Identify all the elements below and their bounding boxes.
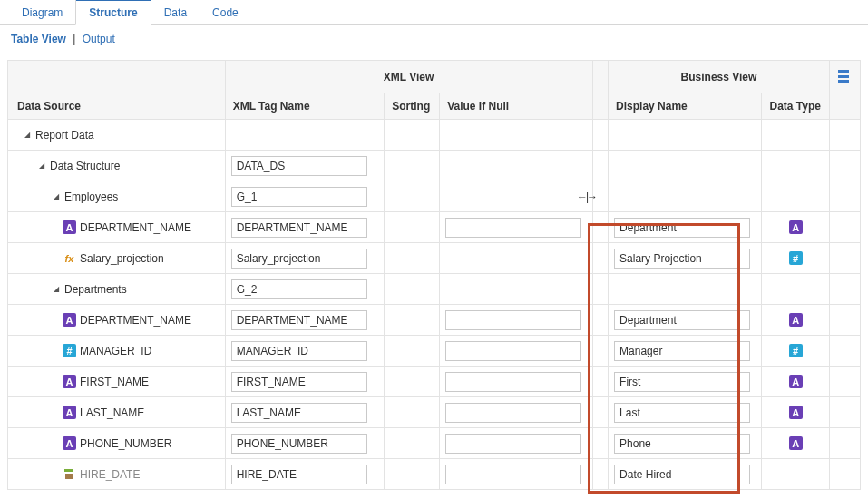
expand-icon[interactable]: ◢ (23, 131, 32, 139)
tree-cell[interactable]: HIRE_DATE (8, 459, 226, 490)
value-if-null-input[interactable] (445, 465, 581, 484)
table-row[interactable]: APHONE_NUMBERA (8, 428, 861, 459)
subtab-tableview[interactable]: Table View (11, 33, 66, 45)
xml-tag-cell (225, 428, 385, 459)
header-xmlview: XML View (225, 61, 592, 93)
value-if-null-input[interactable] (445, 218, 581, 238)
expand-icon[interactable]: ◢ (52, 285, 61, 293)
table-row[interactable]: ADEPARTMENT_NAMEA (8, 305, 861, 336)
text-type-icon[interactable]: A (789, 220, 803, 234)
value-if-null-input[interactable] (445, 372, 581, 392)
text-type-icon[interactable]: A (789, 436, 803, 450)
node-label: DEPARTMENT_NAME (80, 221, 191, 234)
display-name-input[interactable] (614, 465, 750, 484)
value-if-null-cell (440, 336, 592, 367)
table-row[interactable]: ◢Employees (8, 181, 861, 212)
xml-tag-cell (225, 181, 385, 212)
col-sorting[interactable]: Sorting (385, 93, 440, 120)
xml-tag-input[interactable] (231, 279, 367, 299)
xml-tag-input[interactable] (231, 187, 367, 207)
tree-cell[interactable]: #MANAGER_ID (8, 336, 226, 367)
tree-cell[interactable]: ◢Employees (8, 181, 226, 212)
data-type-cell (762, 151, 829, 181)
display-name-input[interactable] (614, 310, 750, 330)
node-label: Departments (64, 283, 127, 296)
display-name-input[interactable] (614, 403, 750, 423)
xml-tag-input[interactable] (231, 249, 367, 269)
xml-tag-input[interactable] (231, 465, 367, 484)
xml-tag-cell (225, 367, 385, 397)
text-type-icon[interactable]: A (789, 313, 803, 327)
node-label: Data Structure (50, 160, 120, 172)
display-name-input[interactable] (614, 341, 750, 361)
tree-cell[interactable]: ◢Report Data (8, 120, 226, 151)
tree-cell[interactable]: ◢Departments (8, 274, 226, 305)
xml-tag-input[interactable] (231, 156, 367, 176)
table-row[interactable]: ◢Report Data (8, 120, 861, 151)
tree-cell[interactable]: ADEPARTMENT_NAME (8, 305, 226, 336)
xml-tag-input[interactable] (231, 341, 367, 361)
sub-tabs: Table View | Output (0, 25, 868, 53)
table-row[interactable]: #MANAGER_ID# (8, 336, 861, 367)
table-row[interactable]: ◢Data Structure (8, 151, 861, 181)
node-label: DEPARTMENT_NAME (80, 314, 191, 327)
table-row[interactable]: ALAST_NAMEA (8, 397, 861, 428)
data-type-cell: A (762, 397, 829, 428)
tab-diagram[interactable]: Diagram (9, 1, 75, 24)
settings-icon[interactable] (837, 68, 852, 83)
tree-cell[interactable]: fxSalary_projection (8, 243, 226, 274)
gap-cell (592, 243, 609, 274)
text-type-icon[interactable]: A (789, 406, 803, 419)
xml-tag-cell (225, 397, 385, 428)
col-datasource[interactable]: Data Source (8, 93, 226, 120)
xml-tag-input[interactable] (231, 403, 367, 423)
tree-cell[interactable]: ADEPARTMENT_NAME (8, 212, 226, 243)
table-row[interactable]: ADEPARTMENT_NAMEA (8, 212, 861, 243)
xml-tag-input[interactable] (231, 434, 367, 454)
col-datatype[interactable]: Data Type (762, 93, 829, 120)
column-resize-handle[interactable]: ←|→ (577, 191, 596, 203)
col-valueifnull[interactable]: Value If Null (440, 93, 592, 120)
display-name-input[interactable] (614, 218, 750, 238)
subtab-output[interactable]: Output (83, 33, 115, 45)
text-type-icon: A (63, 220, 76, 234)
sorting-cell (385, 305, 440, 336)
display-name-input[interactable] (614, 434, 750, 454)
display-name-input[interactable] (614, 249, 750, 269)
xml-tag-input[interactable] (231, 310, 367, 330)
number-type-icon[interactable]: # (789, 344, 803, 357)
sorting-cell (385, 212, 440, 243)
number-type-icon[interactable]: # (789, 251, 803, 265)
tab-code[interactable]: Code (200, 1, 251, 24)
table-row[interactable]: AFIRST_NAMEA (8, 367, 861, 397)
value-if-null-input[interactable] (445, 310, 581, 330)
value-if-null-input[interactable] (445, 434, 581, 454)
table-row[interactable]: HIRE_DATE (8, 459, 861, 490)
col-displayname[interactable]: Display Name (609, 93, 762, 120)
display-name-input[interactable] (614, 372, 750, 392)
value-if-null-input[interactable] (445, 403, 581, 423)
table-row[interactable]: ◢Departments (8, 274, 861, 305)
data-type-cell (762, 274, 829, 305)
sorting-cell (385, 459, 440, 490)
col-xmltag[interactable]: XML Tag Name (225, 93, 385, 120)
display-name-cell (609, 181, 762, 212)
tree-cell[interactable]: ◢Data Structure (8, 151, 226, 181)
tab-structure[interactable]: Structure (75, 0, 151, 25)
tab-data[interactable]: Data (151, 1, 200, 24)
xml-tag-input[interactable] (231, 372, 367, 392)
expand-icon[interactable]: ◢ (37, 161, 46, 170)
text-type-icon[interactable]: A (789, 375, 803, 388)
value-if-null-input[interactable] (445, 341, 581, 361)
table-row[interactable]: fxSalary_projection# (8, 243, 861, 274)
xml-tag-input[interactable] (231, 218, 367, 238)
header-config[interactable] (829, 61, 860, 93)
tree-cell[interactable]: ALAST_NAME (8, 397, 226, 428)
xml-tag-cell (225, 212, 385, 243)
sorting-cell (385, 428, 440, 459)
expand-icon[interactable]: ◢ (52, 192, 61, 201)
tree-cell[interactable]: APHONE_NUMBER (8, 428, 226, 459)
value-if-null-cell (440, 212, 592, 243)
config-cell (829, 397, 860, 428)
tree-cell[interactable]: AFIRST_NAME (8, 367, 226, 397)
